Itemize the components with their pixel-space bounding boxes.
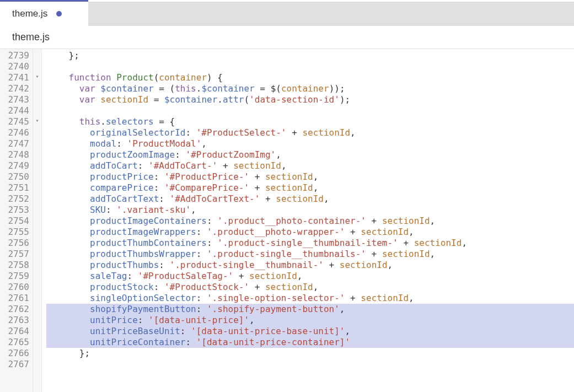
line-number: 2739 bbox=[0, 50, 33, 61]
fold-gutter-cell bbox=[33, 82, 41, 93]
fold-gutter-cell bbox=[33, 303, 41, 314]
line-number: 2753 bbox=[0, 205, 33, 216]
fold-gutter-cell bbox=[33, 237, 41, 248]
tab-theme-js[interactable]: theme.js bbox=[0, 2, 88, 26]
code-line[interactable]: modal: 'ProductModal', bbox=[46, 138, 574, 149]
fold-gutter-cell bbox=[33, 214, 41, 225]
code-line[interactable]: var $container = (this.$container = $(co… bbox=[46, 83, 574, 94]
line-number: 2756 bbox=[0, 238, 33, 249]
code-line[interactable]: originalSelectorId: '#ProductSelect-' + … bbox=[46, 127, 574, 138]
fold-toggle-icon[interactable]: ▾ bbox=[33, 71, 41, 82]
line-number: 2757 bbox=[0, 249, 33, 260]
code-line[interactable]: comparePrice: '#ComparePrice-' + section… bbox=[46, 182, 574, 194]
fold-gutter-cell bbox=[33, 270, 41, 281]
code-line[interactable]: productThumbContainers: '.product-single… bbox=[46, 238, 574, 249]
tab-label: theme.js bbox=[12, 8, 47, 19]
line-number: 2758 bbox=[0, 260, 33, 271]
code-line[interactable]: productThumbs: '.product-single__thumbna… bbox=[46, 260, 574, 271]
line-number: 2755 bbox=[0, 227, 33, 238]
code-content[interactable]: }; function Product(container) { var $co… bbox=[42, 49, 574, 392]
code-line[interactable]: shopifyPaymentButton: '.shopify-payment-… bbox=[46, 304, 574, 315]
line-number: 2742 bbox=[0, 83, 33, 94]
fold-gutter-cell bbox=[33, 93, 41, 104]
line-number: 2766 bbox=[0, 348, 33, 359]
code-line[interactable]: SKU: '.variant-sku', bbox=[46, 205, 574, 216]
code-line[interactable]: unitPrice: '[data-unit-price]', bbox=[46, 315, 574, 326]
line-number: 2763 bbox=[0, 315, 33, 326]
code-editor[interactable]: 2739274027412742274327442745274627472748… bbox=[0, 49, 574, 392]
fold-gutter-cell bbox=[33, 203, 41, 214]
code-line[interactable]: }; bbox=[46, 50, 574, 61]
breadcrumb-file: theme.js bbox=[12, 31, 50, 43]
breadcrumb: theme.js bbox=[0, 26, 574, 49]
fold-gutter-cell bbox=[33, 181, 41, 192]
line-number-gutter: 2739274027412742274327442745274627472748… bbox=[0, 49, 33, 392]
code-line[interactable]: addToCartText: '#AddToCartText-' + secti… bbox=[46, 194, 574, 205]
code-line[interactable]: this.selectors = { bbox=[46, 116, 574, 127]
fold-gutter-cell bbox=[33, 259, 41, 270]
line-number: 2750 bbox=[0, 171, 33, 182]
line-number: 2761 bbox=[0, 293, 33, 304]
line-number: 2740 bbox=[0, 61, 33, 72]
fold-gutter-cell bbox=[33, 325, 41, 336]
code-line[interactable]: saleTag: '#ProductSaleTag-' + sectionId, bbox=[46, 271, 574, 282]
code-line[interactable]: productThumbsWrapper: '.product-single__… bbox=[46, 249, 574, 260]
fold-gutter-cell bbox=[33, 336, 41, 347]
line-number: 2744 bbox=[0, 105, 33, 116]
code-line[interactable] bbox=[46, 61, 574, 72]
fold-gutter-cell bbox=[33, 60, 41, 71]
code-line[interactable]: productStock: '#ProductStock-' + section… bbox=[46, 282, 574, 293]
fold-gutter-cell bbox=[33, 49, 41, 60]
line-number: 2746 bbox=[0, 127, 33, 138]
fold-gutter-cell bbox=[33, 225, 41, 237]
line-number: 2767 bbox=[0, 359, 33, 370]
fold-gutter-cell bbox=[33, 314, 41, 325]
code-line[interactable] bbox=[46, 105, 574, 116]
code-line[interactable]: productImageWrappers: '.product__photo-w… bbox=[46, 227, 574, 238]
code-line[interactable]: unitPriceContainer: '[data-unit-price-co… bbox=[46, 337, 574, 348]
fold-gutter-cell bbox=[33, 148, 41, 159]
fold-gutter-cell bbox=[33, 104, 41, 115]
fold-gutter-cell bbox=[33, 126, 41, 137]
fold-gutter-cell bbox=[33, 137, 41, 148]
line-number: 2743 bbox=[0, 94, 33, 105]
editor-window: theme.js theme.js 2739274027412742274327… bbox=[0, 0, 574, 392]
fold-gutter-cell bbox=[33, 281, 41, 292]
code-line[interactable]: productZoomImage: '#ProductZoomImg', bbox=[46, 149, 574, 160]
code-line[interactable]: }; bbox=[46, 348, 574, 359]
tab-bar: theme.js bbox=[0, 2, 574, 26]
line-number: 2762 bbox=[0, 304, 33, 315]
code-line[interactable]: unitPriceBaseUnit: '[data-unit-price-bas… bbox=[46, 326, 574, 337]
fold-gutter-cell bbox=[33, 358, 41, 369]
code-line[interactable]: productPrice: '#ProductPrice-' + section… bbox=[46, 171, 574, 182]
line-number: 2752 bbox=[0, 194, 33, 205]
code-line[interactable]: singleOptionSelector: '.single-option-se… bbox=[46, 293, 574, 304]
line-number: 2751 bbox=[0, 182, 33, 194]
code-line[interactable]: var sectionId = $container.attr('data-se… bbox=[46, 94, 574, 105]
line-number: 2741 bbox=[0, 72, 33, 83]
line-number: 2759 bbox=[0, 271, 33, 282]
fold-gutter-cell bbox=[33, 347, 41, 358]
fold-gutter-cell bbox=[33, 192, 41, 203]
line-number: 2748 bbox=[0, 149, 33, 160]
code-line[interactable]: productImageContainers: '.product__photo… bbox=[46, 216, 574, 227]
line-number: 2764 bbox=[0, 326, 33, 337]
fold-toggle-icon[interactable]: ▾ bbox=[33, 115, 41, 126]
fold-gutter-cell bbox=[33, 248, 41, 259]
fold-gutter-cell bbox=[33, 292, 41, 303]
line-number: 2754 bbox=[0, 216, 33, 227]
code-line[interactable]: addToCart: '#AddToCart-' + sectionId, bbox=[46, 160, 574, 171]
code-line[interactable]: function Product(container) { bbox=[46, 72, 574, 83]
dirty-indicator-dot-icon bbox=[56, 11, 62, 17]
fold-gutter-cell bbox=[33, 159, 41, 170]
fold-gutter-cell bbox=[33, 170, 41, 181]
code-line[interactable] bbox=[46, 359, 574, 370]
line-number: 2749 bbox=[0, 160, 33, 171]
fold-gutter: ▾▾ bbox=[33, 49, 42, 392]
line-number: 2745 bbox=[0, 116, 33, 127]
line-number: 2760 bbox=[0, 282, 33, 293]
line-number: 2747 bbox=[0, 138, 33, 149]
line-number: 2765 bbox=[0, 337, 33, 348]
